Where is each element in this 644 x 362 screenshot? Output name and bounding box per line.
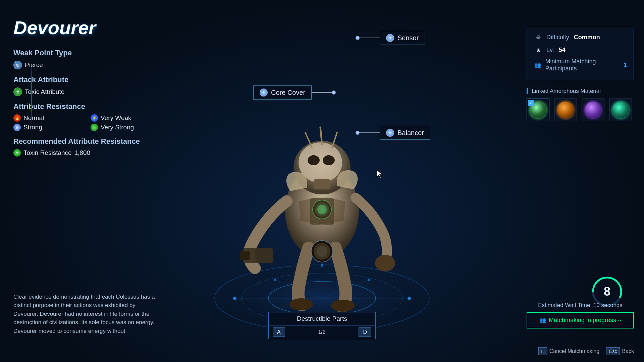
sensor-line [360, 38, 380, 38]
level-value: 54 [559, 47, 566, 54]
toxic-icon: ☣ [13, 87, 22, 96]
resistance-grid: 🔥 Normal ⚡ Very Weak ⊕ Strong ☣ Very Str… [13, 114, 161, 131]
recommended-row: ☣ Toxin Resistance 1,800 [13, 149, 161, 157]
svg-point-17 [323, 155, 335, 165]
cancel-key: □ [538, 347, 547, 355]
min-participants-row: 👥 Minimum Matching Participants 1 [534, 58, 627, 72]
difficulty-value: Common [574, 34, 600, 41]
cancel-matchmaking-hint: □ Cancel Matchmaking [538, 347, 599, 355]
svg-point-31 [317, 246, 327, 257]
right-panel: ☠ Difficulty Common ⊕ Lv. 54 👥 Minimum M… [527, 27, 634, 121]
matchmaking-button[interactable]: 👥 Matchmaking in progress··· [527, 312, 634, 328]
boss-creature [225, 117, 419, 312]
electric-icon: ⚡ [91, 114, 98, 122]
material-item-3[interactable] [582, 99, 604, 121]
svg-point-21 [289, 298, 313, 310]
weak-point-type-row: ⊕ Pierce [13, 61, 161, 69]
attack-attribute-label: Attack Attribute [13, 75, 161, 84]
svg-point-16 [308, 155, 320, 165]
gem-purple [585, 102, 601, 118]
level-row: ⊕ Lv. 54 [534, 45, 627, 55]
boss-title: Devourer [13, 17, 161, 39]
resistance-normal-label: Normal [23, 114, 44, 122]
recommended-icon: ☣ [13, 149, 21, 157]
lore-text: Clear evidence demonstrating that each C… [13, 293, 161, 336]
linked-materials-section: Linked Amorphous Material ✓ [527, 88, 634, 121]
core-line [312, 92, 332, 93]
svg-point-20 [375, 255, 395, 272]
destructible-parts-nav: A 1/2 D [268, 325, 376, 339]
level-label: Lv. [546, 47, 554, 54]
destructible-parts-section: Destructible Parts A 1/2 D [268, 312, 376, 339]
core-cover-label: ✦ Core Cover [253, 85, 312, 100]
destructible-parts-title: Destructible Parts [268, 312, 376, 325]
svg-rect-19 [240, 251, 250, 260]
fire-icon: 🔥 [13, 114, 21, 122]
wait-section: Estimated Wait Time: 10 seconds 👥 Matchm… [527, 302, 634, 328]
resistance-very-weak-label: Very Weak [101, 114, 131, 122]
balancer-callout-icon: ✦ [386, 129, 394, 137]
pierce-icon: ⊕ [13, 61, 22, 69]
balancer-dot [356, 131, 360, 135]
recommended-label: Recommended Attribute Resistance [13, 137, 161, 146]
min-participants-value: 1 [624, 62, 627, 69]
matchmaking-icon: 👥 [539, 317, 546, 323]
cancel-label: Cancel Matchmaking [549, 348, 599, 354]
difficulty-label: Difficulty [546, 34, 569, 41]
level-icon: ⊕ [534, 45, 543, 55]
toxic-green-icon: ☣ [91, 124, 98, 131]
material-item-1[interactable]: ✓ [527, 99, 549, 121]
sensor-callout-icon: ✦ [386, 34, 394, 42]
back-label: Back [622, 348, 634, 354]
back-hint: Esc Back [606, 347, 634, 355]
page-indicator: 1/2 [318, 329, 325, 335]
material-item-4[interactable] [609, 99, 632, 121]
left-panel: Devourer Weak Point Type ⊕ Pierce Attack… [13, 17, 161, 157]
resistance-normal: 🔥 Normal [13, 114, 84, 122]
attack-attribute-row: ☣ Toxic Attribute [13, 87, 161, 96]
material-grid: ✓ [527, 99, 634, 121]
balancer-label: ✦ Balancer [380, 126, 430, 140]
resistance-very-strong: ☣ Very Strong [91, 124, 161, 131]
balancer-line [360, 132, 380, 133]
sensor-dot [356, 36, 360, 40]
core-callout-icon: ✦ [260, 88, 268, 97]
callout-core: ✦ Core Cover [253, 85, 336, 100]
svg-point-22 [331, 300, 355, 312]
gem-teal [612, 102, 629, 118]
weak-point-value: Pierce [25, 61, 43, 69]
callout-sensor: ✦ Sensor [356, 31, 425, 45]
nav-left-button[interactable]: A [273, 327, 285, 337]
center-area: ✦ Sensor ✦ Core Cover ✦ Balancer Destruc… [127, 0, 517, 362]
svg-rect-33 [314, 179, 330, 189]
attribute-resistance-label: Attribute Resistance [13, 102, 161, 111]
difficulty-row: ☠ Difficulty Common [534, 33, 627, 42]
nav-right-button[interactable]: D [359, 327, 371, 337]
min-participants-label: Minimum Matching Participants [545, 58, 619, 72]
core-dot [332, 90, 336, 95]
shield-resist-icon: ⊕ [13, 124, 21, 131]
resistance-very-weak: ⚡ Very Weak [91, 114, 161, 122]
separator [31, 60, 32, 127]
recommended-value: Toxin Resistance [23, 149, 72, 157]
esc-key: Esc [606, 347, 620, 355]
bottom-bar: □ Cancel Matchmaking Esc Back [538, 347, 634, 355]
linked-materials-title: Linked Amorphous Material [527, 88, 634, 95]
callout-balancer: ✦ Balancer [356, 126, 430, 140]
material-item-2[interactable] [554, 99, 577, 121]
resistance-very-strong-label: Very Strong [101, 124, 134, 131]
checkmark-1: ✓ [528, 100, 534, 106]
sensor-label: ✦ Sensor [380, 31, 425, 45]
resistance-strong: ⊕ Strong [13, 124, 84, 131]
resistance-strong-label: Strong [23, 124, 42, 131]
weak-point-type-label: Weak Point Type [13, 49, 161, 57]
participants-icon: 👥 [534, 60, 542, 70]
difficulty-icon: ☠ [534, 33, 543, 42]
recommended-amount: 1,800 [74, 149, 91, 157]
timer-number: 8 [604, 285, 610, 299]
matchmaking-label: Matchmaking in progress··· [549, 317, 621, 324]
wait-time-label: Estimated Wait Time: 10 seconds [527, 302, 634, 309]
gem-orange [557, 102, 574, 118]
difficulty-section: ☠ Difficulty Common ⊕ Lv. 54 👥 Minimum M… [527, 27, 634, 81]
